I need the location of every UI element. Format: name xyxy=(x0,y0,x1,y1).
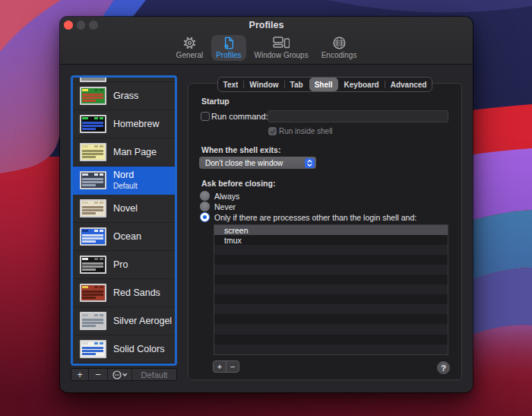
process-row-empty[interactable] xyxy=(214,255,448,265)
process-row-empty[interactable] xyxy=(214,314,448,324)
profile-row-red-sands[interactable]: Red Sands xyxy=(73,279,175,307)
process-row-empty[interactable] xyxy=(214,345,448,354)
run-command-checkbox[interactable] xyxy=(201,112,210,121)
toolbar-item-label: Window Groups xyxy=(255,51,309,59)
window-content: Grass Homebrew Man Page NordDefault Nove… xyxy=(60,65,473,392)
toolbar-item-window-groups[interactable]: Window Groups xyxy=(250,35,313,61)
profile-row-ocean[interactable]: Ocean xyxy=(73,223,175,251)
profile-action-menu-button[interactable] xyxy=(108,369,132,380)
toolbar: GeneralProfilesWindow GroupsEncodings xyxy=(60,35,473,61)
startup-heading: Startup xyxy=(201,97,230,106)
toolbar-item-profiles[interactable]: Profiles xyxy=(211,35,245,61)
profile-thumbnail xyxy=(80,284,106,302)
toolbar-item-encodings[interactable]: Encodings xyxy=(317,35,362,61)
run-inside-shell-checkbox[interactable] xyxy=(268,127,277,135)
profile-thumbnail xyxy=(80,199,106,218)
profile-list: Grass Homebrew Man Page NordDefault Nove… xyxy=(71,75,177,366)
profile-name: Nord xyxy=(113,170,138,180)
profile-row-man-page[interactable]: Man Page xyxy=(73,138,175,167)
shell-exits-popup[interactable]: Don’t close the window xyxy=(199,157,316,169)
popup-chevrons-icon xyxy=(305,158,315,168)
profile-name: Red Sands xyxy=(113,288,160,298)
preferences-window: Profiles GeneralProfilesWindow GroupsEnc… xyxy=(60,17,473,392)
profile-row-homebrew[interactable]: Homebrew xyxy=(73,110,175,138)
add-process-button[interactable]: + xyxy=(214,361,226,372)
process-list-buttons: + − xyxy=(213,360,239,373)
profile-name: Homebrew xyxy=(113,119,159,129)
toolbar-item-general[interactable]: General xyxy=(172,35,208,61)
profile-thumbnail xyxy=(80,75,106,82)
profile-thumbnail xyxy=(80,227,106,246)
window-groups-icon xyxy=(273,36,290,50)
tab-bar: TextWindowTabShellKeyboardAdvanced xyxy=(188,77,462,92)
toolbar-item-label: General xyxy=(176,51,204,59)
globe-icon xyxy=(332,36,347,50)
gear-icon xyxy=(182,36,197,50)
help-button[interactable]: ? xyxy=(437,361,450,374)
process-row-empty[interactable] xyxy=(214,294,448,304)
profile-thumbnail xyxy=(80,171,106,189)
tab-text[interactable]: Text xyxy=(218,78,244,91)
process-row[interactable]: tmux xyxy=(214,235,448,245)
ask-before-closing-heading: Ask before closing: xyxy=(201,179,275,188)
toolbar-item-label: Profiles xyxy=(216,51,241,59)
process-list[interactable]: screentmux xyxy=(214,224,448,355)
profile-row-silver-aerogel[interactable]: Silver Aerogel xyxy=(73,307,175,335)
process-row[interactable]: screen xyxy=(214,225,448,235)
profile-row-nord[interactable]: NordDefault xyxy=(73,167,175,195)
profile-thumbnail xyxy=(80,115,106,133)
radio-label: Never xyxy=(214,202,236,211)
profile-name: Solid Colors xyxy=(113,345,164,354)
window-header: Profiles GeneralProfilesWindow GroupsEnc… xyxy=(60,17,473,65)
profile-name: Man Page xyxy=(113,148,157,157)
profile-name: Ocean xyxy=(113,232,141,242)
toolbar-item-label: Encodings xyxy=(321,51,357,59)
process-row-empty[interactable] xyxy=(214,275,448,284)
radio-never[interactable] xyxy=(200,202,210,211)
process-row-empty[interactable] xyxy=(214,265,448,275)
profile-row-novel[interactable]: Novel xyxy=(73,195,175,223)
profile-default-badge: Default xyxy=(113,182,138,190)
profile-name: Grass xyxy=(113,91,138,101)
process-row-empty[interactable] xyxy=(214,324,448,334)
profile-row-pro[interactable]: Pro xyxy=(73,251,175,279)
tab-tab[interactable]: Tab xyxy=(285,78,309,91)
remove-process-button[interactable]: − xyxy=(226,361,239,372)
profile-list-toolbar: + − Default xyxy=(71,368,177,381)
run-inside-shell-label: Run inside shell xyxy=(279,127,333,135)
add-profile-button[interactable]: + xyxy=(71,369,89,380)
set-default-button[interactable]: Default xyxy=(132,369,176,380)
profile-thumbnail xyxy=(80,143,106,161)
tab-keyboard[interactable]: Keyboard xyxy=(339,78,385,91)
process-row-empty[interactable] xyxy=(214,284,448,294)
check-icon xyxy=(269,128,277,135)
window-title: Profiles xyxy=(60,20,473,30)
radio-label: Only if there are processes other than t… xyxy=(214,213,416,222)
radio-always[interactable] xyxy=(200,191,210,201)
process-row-empty[interactable] xyxy=(214,304,448,314)
tab-window[interactable]: Window xyxy=(244,78,283,91)
profile-row-solid-colors[interactable]: Solid Colors xyxy=(73,335,175,364)
tab-shell[interactable]: Shell xyxy=(309,78,338,91)
run-command-field[interactable] xyxy=(268,110,448,122)
profiles-doc-icon xyxy=(221,36,236,50)
remove-profile-button[interactable]: − xyxy=(89,369,108,380)
profile-thumbnail xyxy=(80,312,106,330)
profile-thumbnail xyxy=(80,340,106,358)
run-command-label: Run command: xyxy=(211,112,268,121)
radio-label: Always xyxy=(214,192,239,201)
shell-exits-heading: When the shell exits: xyxy=(201,145,280,154)
profile-thumbnail xyxy=(80,87,106,105)
profile-thumbnail xyxy=(80,256,106,274)
radio-only-if-processes[interactable] xyxy=(200,212,210,222)
profile-name: Novel xyxy=(113,204,138,214)
profile-name: Pro xyxy=(113,260,128,270)
process-row-empty[interactable] xyxy=(214,335,448,345)
tab-advanced[interactable]: Advanced xyxy=(385,78,432,91)
process-row-empty[interactable] xyxy=(214,245,448,255)
profile-name: Silver Aerogel xyxy=(113,316,172,326)
popup-value: Don’t close the window xyxy=(199,159,305,167)
profile-row-grass[interactable]: Grass xyxy=(73,82,175,110)
